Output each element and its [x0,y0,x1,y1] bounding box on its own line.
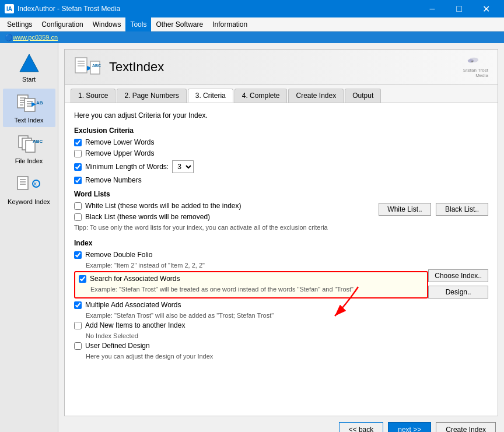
svg-text:ABC: ABC [36,100,43,106]
user-defined-checkbox[interactable] [74,342,82,350]
index-section-title: Index [74,239,488,247]
panel-content: Here you can adjust Criteria for your In… [65,103,498,370]
remove-double-folio-checkbox[interactable] [74,251,82,259]
sidebar-start-label: Start [22,76,36,83]
close-button[interactable]: ✕ [473,0,499,17]
panel-header-left: ABC TextIndex [74,55,164,79]
watermark-link[interactable]: www.pc0359.cn [13,34,58,41]
remove-numbers-checkbox[interactable] [74,177,82,184]
remove-double-folio-row: Remove Double Folio [74,251,428,259]
tab-create-index[interactable]: Create Index [288,89,344,103]
add-new-items-group: Add New Items to another Index No Index … [74,321,428,339]
min-length-label: Minimum Length of Words: [85,163,169,171]
remove-lower-checkbox[interactable] [74,139,82,146]
tab-criteria[interactable]: 3. Criteria [188,89,233,103]
tipp-text: Tipp: To use only the word lists for you… [74,224,379,231]
min-length-checkbox[interactable] [74,163,82,171]
next-button[interactable]: next >> [388,422,431,432]
user-defined-row: User Defined Design [74,342,428,350]
logo-line1: Stefan Trost [463,68,488,73]
text-index-icon: ABC [15,92,44,115]
search-associated-checkbox[interactable] [79,275,86,283]
add-new-items-row: Add New Items to another Index [74,321,428,329]
remove-lower-label: Remove Lower Words [85,138,155,146]
multiple-add-group: Multiple Add Associated Words Example: "… [74,301,428,319]
tab-source[interactable]: 1. Source [71,89,116,103]
window-title: IndexAuthor - Stefan Trost Media [18,5,419,13]
remove-double-folio-label: Remove Double Folio [85,251,152,259]
remove-upper-row: Remove Upper Words [74,149,488,157]
title-bar: IA IndexAuthor - Stefan Trost Media – □ … [0,0,504,17]
window-controls: – □ ✕ [419,0,499,17]
watermark-icon: 🔵 [5,34,13,41]
menu-configuration[interactable]: Configuration [37,17,88,31]
min-length-row: Minimum Length of Words: 12345 [74,160,488,173]
design-button[interactable]: Design.. [428,286,488,298]
white-list-label: White List (these words will be added to… [85,202,241,210]
add-new-items-example: No Index Selected [86,332,428,339]
back-button[interactable]: << back [339,422,384,432]
word-lists-checks: White List (these words will be added to… [74,202,379,233]
tab-output[interactable]: Output [345,89,381,103]
sidebar-item-file-index[interactable]: ABC File Index [3,129,55,168]
menu-information[interactable]: Information [208,17,252,31]
menu-windows[interactable]: Windows [88,17,126,31]
choose-index-button[interactable]: Choose Index.. [428,269,488,282]
white-list-button[interactable]: White List.. [379,203,431,216]
sidebar-item-start[interactable]: Start [3,48,55,86]
sidebar-text-index-label: Text Index [14,117,43,124]
file-index-icon: ABC [15,133,44,156]
remove-numbers-row: Remove Numbers [74,176,488,184]
sidebar-item-text-index[interactable]: ABC Text Index [3,89,55,127]
sidebar-item-keyword-index[interactable]: K Keyword Index [3,170,55,209]
black-list-label: Black List (these words will be removed) [85,213,210,221]
min-length-select[interactable]: 12345 [172,160,194,173]
menu-settings[interactable]: Settings [2,17,37,31]
sidebar: Start ABC Text Index [0,43,58,432]
svg-marker-0 [20,54,38,72]
word-lists-buttons: White List.. Black List.. [379,203,488,216]
user-defined-label: User Defined Design [85,342,150,350]
svg-text:ABC: ABC [92,64,101,68]
app-panel: ABC TextIndex Stefan Trost Media [64,49,498,416]
exclusion-criteria-section: Exclusion Criteria Remove Lower Words Re… [74,127,488,184]
remove-double-folio-example: Example: "Item 2" instead of "Item 2, 2,… [86,262,428,269]
tab-complete[interactable]: 4. Complete [235,89,288,103]
index-buttons: Choose Index.. Design.. [428,269,488,298]
panel-title: TextIndex [109,59,164,75]
panel-header: ABC TextIndex Stefan Trost Media [65,50,498,85]
black-list-row: Black List (these words will be removed) [74,213,379,221]
start-icon [15,51,44,75]
search-associated-example: Example: "Stefan Trost" will be treated … [90,286,424,293]
index-row: Remove Double Folio Example: "Item 2" in… [74,251,488,362]
create-index-button[interactable]: Create Index [436,422,496,432]
multiple-add-row: Multiple Add Associated Words [74,301,428,309]
minimize-button[interactable]: – [419,0,446,17]
maximize-button[interactable]: □ [446,0,473,17]
app-icon: IA [5,4,14,13]
tab-bar: 1. Source 2. Page Numbers 3. Criteria 4.… [65,85,498,103]
multiple-add-checkbox[interactable] [74,301,82,309]
keyword-index-icon: K [15,174,44,197]
black-list-checkbox[interactable] [74,213,82,221]
remove-upper-checkbox[interactable] [74,150,82,157]
tab-page-numbers[interactable]: 2. Page Numbers [117,89,186,103]
white-list-checkbox[interactable] [74,202,82,210]
user-defined-group: User Defined Design Here you can adjust … [74,342,428,360]
search-associated-row: Search for Associated Words [79,275,424,283]
black-list-button[interactable]: Black List.. [436,203,488,216]
user-defined-example: Here you can adjust the design of your I… [86,353,428,360]
word-lists-title: Word Lists [74,190,488,198]
remove-double-folio-group: Remove Double Folio Example: "Item 2" in… [74,251,428,269]
logo-line2: Media [475,73,488,78]
menu-tools[interactable]: Tools [125,17,151,31]
panel-icon: ABC [74,55,102,79]
word-lists-section: Word Lists White List (these words will … [74,190,488,233]
sidebar-file-index-label: File Index [15,157,43,164]
svg-point-31 [471,61,473,62]
remove-numbers-label: Remove Numbers [85,176,142,184]
main-layout: Start ABC Text Index [0,43,504,432]
add-new-items-checkbox[interactable] [74,322,82,329]
svg-rect-22 [75,58,87,73]
menu-other-software[interactable]: Other Software [151,17,208,31]
